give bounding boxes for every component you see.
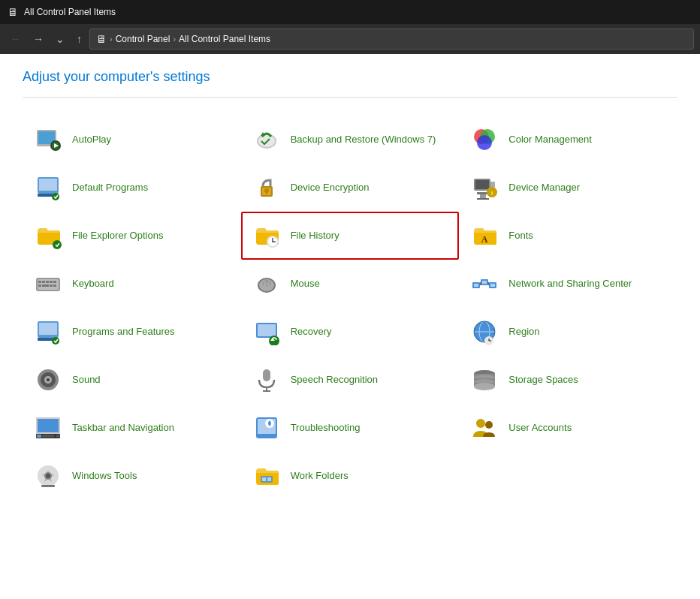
svg-rect-90	[56, 435, 59, 438]
speech-recognition-label: Speech Recognition	[291, 374, 378, 387]
item-troubleshooting[interactable]: Troubleshooting	[241, 404, 460, 452]
default-programs-icon	[33, 173, 63, 203]
title-bar-title: All Control Panel Items	[24, 7, 116, 17]
autoplay-icon	[33, 125, 63, 155]
user-accounts-icon	[469, 413, 499, 443]
file-history-label: File History	[291, 230, 339, 242]
item-network-sharing[interactable]: Network and Sharing Center	[459, 260, 677, 308]
svg-rect-22	[477, 192, 487, 194]
item-work-folders[interactable]: Work Folders	[241, 452, 460, 500]
device-encryption-icon	[252, 173, 282, 203]
up-button[interactable]: ↑	[72, 30, 86, 48]
item-sound[interactable]: Sound	[23, 356, 241, 404]
title-bar: 🖥 All Control Panel Items	[0, 0, 700, 24]
item-device-encryption[interactable]: Device Encryption	[241, 164, 460, 212]
svg-rect-12	[39, 179, 57, 191]
storage-spaces-label: Storage Spaces	[508, 374, 578, 387]
svg-rect-55	[490, 284, 495, 287]
svg-rect-36	[38, 281, 41, 283]
item-mouse[interactable]: Mouse	[241, 260, 460, 308]
item-taskbar-navigation[interactable]: Taskbar and Navigation	[23, 404, 241, 452]
title-bar-icon: 🖥	[8, 6, 18, 18]
svg-rect-20	[475, 180, 489, 189]
divider	[23, 97, 677, 98]
taskbar-navigation-label: Taskbar and Navigation	[72, 422, 174, 435]
user-accounts-label: User Accounts	[508, 422, 572, 435]
main-content: Adjust your computer's settings AutoPlay	[0, 54, 700, 515]
svg-rect-102	[267, 477, 271, 481]
file-explorer-options-label: File Explorer Options	[72, 230, 163, 242]
svg-rect-101	[262, 477, 266, 481]
svg-rect-23	[480, 194, 486, 198]
svg-rect-42	[42, 284, 49, 287]
svg-point-14	[52, 193, 59, 200]
breadcrumb-control-panel[interactable]: Control Panel	[116, 34, 170, 44]
svg-rect-86	[38, 419, 59, 432]
item-speech-recognition[interactable]: Speech Recognition	[241, 356, 460, 404]
item-programs-features[interactable]: Programs and Features	[23, 308, 241, 356]
taskbar-navigation-icon	[33, 413, 63, 443]
autoplay-label: AutoPlay	[72, 134, 111, 146]
item-user-accounts[interactable]: User Accounts	[459, 404, 677, 452]
svg-point-94	[476, 419, 485, 428]
item-file-explorer-options[interactable]: File Explorer Options	[23, 212, 241, 260]
mouse-icon	[252, 269, 282, 299]
backup-restore-label: Backup and Restore (Windows 7)	[291, 134, 436, 146]
mouse-label: Mouse	[291, 278, 320, 290]
svg-rect-54	[482, 281, 487, 284]
work-folders-label: Work Folders	[291, 470, 348, 483]
troubleshooting-label: Troubleshooting	[291, 422, 361, 435]
recent-button[interactable]: ⌄	[51, 30, 69, 48]
items-grid: AutoPlay Backup and Restore (Windows 7)	[23, 116, 677, 500]
work-folders-icon	[252, 461, 282, 491]
item-keyboard[interactable]: Keyboard	[23, 260, 241, 308]
item-storage-spaces[interactable]: Storage Spaces	[459, 356, 677, 404]
svg-rect-75	[263, 369, 270, 381]
svg-rect-40	[53, 281, 56, 283]
backup-restore-icon	[252, 125, 282, 155]
item-file-history[interactable]: File History	[241, 212, 460, 260]
region-label: Region	[508, 326, 539, 339]
svg-point-84	[474, 383, 495, 390]
breadcrumb[interactable]: 🖥 › Control Panel › All Control Panel It…	[89, 29, 694, 50]
programs-features-label: Programs and Features	[72, 326, 175, 339]
svg-point-95	[485, 421, 493, 429]
svg-rect-53	[474, 284, 478, 287]
forward-button[interactable]: →	[29, 30, 48, 48]
item-region[interactable]: Region	[459, 308, 677, 356]
svg-rect-37	[42, 281, 45, 283]
item-default-programs[interactable]: Default Programs	[23, 164, 241, 212]
item-fonts[interactable]: A Fonts	[459, 212, 677, 260]
item-device-manager[interactable]: ! Device Manager	[459, 164, 677, 212]
programs-features-icon	[33, 317, 63, 347]
item-color-management[interactable]: Color Management	[459, 116, 677, 164]
svg-text:!: !	[491, 190, 493, 197]
svg-point-27	[53, 240, 62, 249]
svg-rect-38	[46, 281, 49, 283]
svg-line-51	[480, 282, 481, 285]
troubleshooting-icon	[252, 413, 282, 443]
network-sharing-icon	[469, 269, 499, 299]
item-autoplay[interactable]: AutoPlay	[23, 116, 241, 164]
device-manager-icon: !	[469, 173, 499, 203]
color-management-icon	[469, 125, 499, 155]
svg-rect-57	[39, 323, 57, 335]
svg-point-10	[477, 135, 492, 150]
item-windows-tools[interactable]: Windows Tools	[23, 452, 241, 500]
item-backup-restore[interactable]: Backup and Restore (Windows 7)	[241, 116, 460, 164]
storage-spaces-icon	[469, 365, 499, 395]
sound-icon	[33, 365, 63, 395]
color-management-label: Color Management	[508, 134, 592, 146]
breadcrumb-all-items[interactable]: All Control Panel Items	[179, 34, 270, 44]
item-recovery[interactable]: Recovery	[241, 308, 460, 356]
breadcrumb-icon: 🖥	[96, 33, 107, 45]
recovery-icon	[252, 317, 282, 347]
device-encryption-label: Device Encryption	[291, 182, 370, 194]
region-icon	[469, 317, 499, 347]
back-button[interactable]: ←	[6, 30, 26, 48]
network-sharing-label: Network and Sharing Center	[508, 278, 632, 290]
svg-rect-99	[41, 485, 55, 487]
svg-point-59	[52, 337, 59, 345]
svg-point-74	[47, 378, 50, 381]
svg-rect-21	[490, 182, 495, 188]
